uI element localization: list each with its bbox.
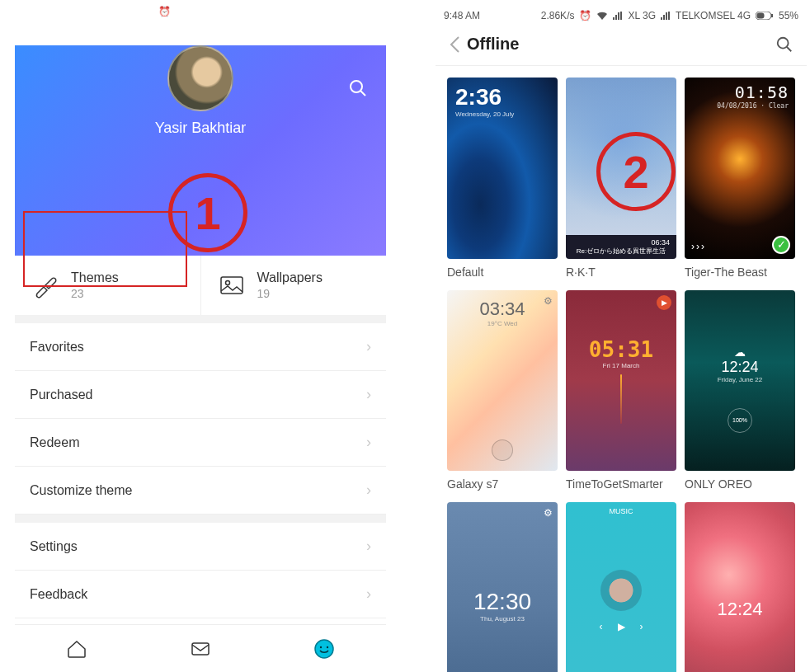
strip-text: Re:ゼロから始める異世界生活 <box>569 247 673 256</box>
theme-thumb: 2:36 Wednesday, 20 July <box>447 78 558 259</box>
theme-label: Tiger-The Beast <box>685 259 795 282</box>
menu-label: Redeem <box>30 435 79 450</box>
play-icon: ▶ <box>657 295 671 310</box>
clock-text: 2:36 <box>455 84 514 110</box>
clock-text: 03:34 <box>447 298 558 320</box>
theme-label: Default <box>447 259 558 282</box>
prev-icon: ‹ <box>600 621 603 632</box>
menu-settings[interactable]: Settings › <box>15 523 386 571</box>
status-battery: 55% <box>779 10 798 21</box>
svg-point-8 <box>315 640 333 658</box>
clock-sub: Friday, June 22 <box>718 376 763 383</box>
menu-feedback[interactable]: Feedback › <box>15 571 386 618</box>
theme-default[interactable]: 2:36 Wednesday, 20 July Default <box>447 78 558 282</box>
svg-point-14 <box>778 37 789 48</box>
signal-icon <box>192 7 202 16</box>
theme-grid: 2:36 Wednesday, 20 July Default 06:34 Re… <box>436 66 807 672</box>
status-net1: XL 3G <box>207 6 235 17</box>
theme-only-oreo[interactable]: ☁ 12:24 Friday, June 22 100% ONLY OREO <box>685 290 795 495</box>
cloud-icon: ☁ <box>734 345 746 359</box>
nav-home[interactable] <box>15 625 139 672</box>
status-speed: 2.86K/s <box>541 10 575 21</box>
theme-label: Galaxy s7 <box>447 471 558 494</box>
avatar[interactable] <box>167 45 233 111</box>
left-screenshot: 9:47 AM 0.16K/s ⏰ XL 3G TELKOMSEL 4G 55%… <box>15 0 386 672</box>
mail-icon <box>189 637 212 660</box>
clock-text: 12:30 <box>473 589 531 615</box>
chevron-right-icon: › <box>366 386 371 403</box>
clock-sub: Wednesday, 20 July <box>455 110 514 118</box>
search-icon <box>775 35 794 54</box>
svg-rect-1 <box>336 9 343 15</box>
clock-text: 12:24 <box>721 359 758 376</box>
svg-point-10 <box>327 646 328 647</box>
theme-label: TimeToGetSmarter <box>566 471 676 494</box>
alarm-icon: ⏰ <box>158 6 171 17</box>
wallpapers-number: 19 <box>257 287 323 300</box>
percent-circle: 100% <box>728 408 752 433</box>
wallpapers-label: Wallpapers <box>257 270 323 285</box>
back-button[interactable] <box>442 35 467 54</box>
svg-rect-12 <box>756 13 764 19</box>
check-icon: ✓ <box>772 236 790 254</box>
menu-redeem[interactable]: Redeem › <box>15 419 386 467</box>
clock-text: 05:31 <box>589 337 653 362</box>
status-net2: TELKOMSEL 4G <box>676 10 751 21</box>
wallpapers-count[interactable]: Wallpapers 19 <box>201 256 387 315</box>
menu-label: Purchased <box>30 388 93 402</box>
clock-sub: Thu, August 23 <box>480 615 525 623</box>
status-net1: XL 3G <box>628 10 656 21</box>
theme-thumb: ☁ 12:24 Friday, June 22 100% <box>685 290 795 472</box>
theme-timetogetsmarter[interactable]: ▶ 05:31 Fri 17 March TimeToGetSmarter <box>566 290 676 495</box>
search-button[interactable] <box>348 78 368 98</box>
search-button[interactable] <box>775 35 794 54</box>
theme-thumb: ▶ 05:31 Fri 17 March <box>566 290 676 472</box>
theme-item[interactable]: 12:24 <box>685 502 795 672</box>
music-label: MUSIC <box>566 507 676 515</box>
right-screenshot: 9:48 AM 2.86K/s ⏰ XL 3G TELKOMSEL 4G 55%… <box>436 0 807 672</box>
profile-name: Yasir Bakhtiar <box>15 120 386 137</box>
signal-icon <box>661 12 671 20</box>
theme-galaxy-s7[interactable]: ⚙ 03:34 19°C Wed Galaxy s7 <box>447 290 558 495</box>
status-time: 9:47 AM <box>23 6 59 17</box>
themes-count[interactable]: Themes 23 <box>15 256 201 315</box>
theme-item[interactable]: MUSIC ‹ ▶ › <box>566 502 676 672</box>
chevron-left-icon <box>449 35 460 54</box>
image-icon <box>218 271 246 299</box>
menu-favorites[interactable]: Favorites › <box>15 323 386 371</box>
menu-purchased[interactable]: Purchased › <box>15 371 386 419</box>
chevron-right-icon: › <box>366 538 371 555</box>
wifi-icon <box>596 11 608 21</box>
svg-rect-7 <box>192 643 209 655</box>
play-icon: ▶ <box>618 621 625 632</box>
theme-label: R·K·T <box>566 259 676 282</box>
themes-number: 23 <box>71 287 119 300</box>
brush-icon <box>31 271 59 299</box>
smile-icon <box>313 638 335 660</box>
gear-icon: ⚙ <box>544 507 553 519</box>
theme-thumb: ⚙ 12:30 Thu, August 23 <box>447 502 558 672</box>
nav-profile[interactable] <box>262 625 386 672</box>
svg-rect-5 <box>221 277 243 294</box>
theme-rkt[interactable]: 06:34 Re:ゼロから始める異世界生活 R·K·T <box>566 78 676 282</box>
svg-point-3 <box>351 81 362 92</box>
chevrons-icon: ››› <box>691 241 706 252</box>
nav-mail[interactable] <box>139 625 262 672</box>
menu-customize[interactable]: Customize theme › <box>15 467 386 515</box>
signal-icon <box>613 12 623 20</box>
status-battery: 55% <box>358 6 378 17</box>
svg-line-4 <box>360 91 365 96</box>
theme-thumb: 12:24 <box>685 502 795 672</box>
chevron-right-icon: › <box>366 482 371 499</box>
clock-text: 01:58 <box>717 82 789 102</box>
chevron-right-icon: › <box>366 434 371 451</box>
clock-sub: Fri 17 March <box>603 362 640 369</box>
theme-thumb: ⚙ 03:34 19°C Wed <box>447 290 558 472</box>
theme-tiger[interactable]: 01:58 04/08/2016 · Clear ››› ✓ Tiger-The… <box>685 78 795 282</box>
theme-thumb: MUSIC ‹ ▶ › <box>566 502 676 672</box>
theme-label: ONLY OREO <box>685 471 795 494</box>
theme-thumb: 01:58 04/08/2016 · Clear ››› ✓ <box>685 78 795 259</box>
counts-row: Themes 23 Wallpapers 19 <box>15 256 386 323</box>
theme-item[interactable]: ⚙ 12:30 Thu, August 23 <box>447 502 558 672</box>
menu-label: Favorites <box>30 340 84 355</box>
